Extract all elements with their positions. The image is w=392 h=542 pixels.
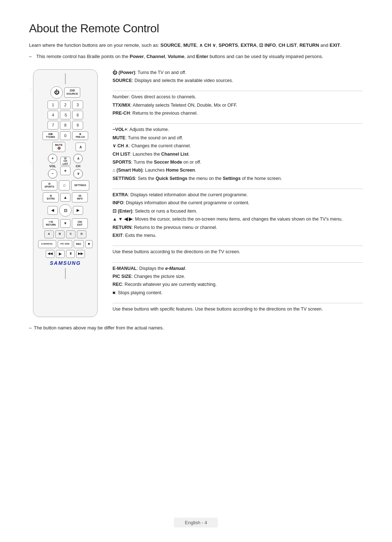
btn-9[interactable]: 9 — [72, 121, 83, 130]
main-content-area: · ·· ·· · · ·· ·· · ⏻ ⊡⊟SOURCE 1 2 3 4 — [29, 69, 363, 317]
ann-prech-text: PRE-CH: Returns to the previous channel. — [113, 110, 363, 117]
extra-up-info-row: ⊟EXTRA ▲ i⊟INFO — [36, 192, 94, 202]
btn-3[interactable]: 3 — [72, 100, 83, 109]
rewind-button[interactable]: ◀◀ — [46, 250, 54, 258]
btn-4[interactable]: 4 — [48, 111, 58, 119]
ch-label: CH — [76, 164, 81, 168]
return-button[interactable]: ↩⊟RETURN — [43, 218, 59, 229]
settings-button[interactable]: SETTINGS — [71, 180, 89, 190]
smarthub-button[interactable]: ⌂ — [59, 180, 70, 190]
info-button[interactable]: i⊟INFO — [72, 192, 88, 202]
ann-color-btns: Use these buttons according to the direc… — [113, 249, 363, 255]
ch-up-btn[interactable]: ∧ — [73, 154, 83, 163]
dots-left-bottom: · ·· ·· · — [30, 160, 32, 165]
ttx-zero-prech-row: ⊟⊠TTX/MIX 0 ⊕PRE-CH — [36, 131, 94, 140]
ann-number-group: Number: Gives direct access to channels.… — [113, 94, 363, 118]
remote-illustration: · ·· ·· · · ·· ·· · ⏻ ⊡⊟SOURCE 1 2 3 4 — [29, 69, 102, 317]
ann-media-btns: Use these buttons with specific features… — [113, 306, 363, 313]
nav-down-button[interactable]: ▼ — [60, 219, 70, 228]
ann-media-btns-text: Use these buttons with specific features… — [113, 306, 363, 313]
ann-number-text: Number: Gives direct access to channels. — [113, 94, 363, 100]
ann-chlist: CH LIST: Launches the Channel List. — [113, 151, 363, 158]
ann-color-group: Use these buttons according to the direc… — [113, 249, 363, 256]
vol-label: VOL — [49, 164, 56, 168]
color-buttons-row: A B C D — [36, 230, 94, 238]
intro-paragraph: Learn where the function buttons are on … — [29, 42, 363, 49]
ann-settings: SETTINGS: Sets the Quick Settings the me… — [113, 175, 363, 182]
media-controls-row: ◀◀ ▶ ⏸ ▶▶ — [36, 250, 94, 258]
sports-button[interactable]: ⊟SPORTS — [41, 180, 57, 190]
ann-enter-text: ⊡ (Enter): Selects or runs a focused ite… — [113, 208, 363, 215]
ann-prech: PRE-CH: Returns to the previous channel. — [113, 110, 363, 117]
ch-up-button[interactable]: ∧ — [75, 143, 86, 151]
ann-navigate-text: ▲ ▼ ◀ ▶: Moves the cursor, selects the o… — [113, 216, 363, 223]
sep2 — [113, 123, 363, 124]
page-number: English - 4 — [174, 518, 218, 527]
page-title: About the Remote Control — [29, 22, 363, 35]
ann-sports: SPORTS: Turns the Soccer Mode on or off. — [113, 159, 363, 166]
rec-button[interactable]: REC — [74, 240, 84, 248]
ann-emanual: E-MANUAL: Displays the e-Manual. — [113, 265, 363, 272]
ann-navigate: ▲ ▼ ◀ ▶: Moves the cursor, selects the o… — [113, 216, 363, 223]
emanual-button[interactable]: E-MANUAL — [38, 240, 56, 248]
bullet-braille: This remote control has Braille points o… — [29, 53, 363, 61]
btn-5[interactable]: ·5 — [60, 111, 71, 119]
btn-1[interactable]: 1 — [48, 100, 58, 109]
vol-down-button[interactable]: − — [48, 169, 57, 178]
ann-vol: −VOL+: Adjusts the volume. — [113, 126, 363, 133]
ch-down-btn[interactable]: ∨ — [73, 169, 83, 178]
ann-rec: REC: Records whatever you are currently … — [113, 281, 363, 288]
power-source-row: ⏻ ⊡⊟SOURCE — [36, 86, 94, 99]
prech-button[interactable]: ⊕PRE-CH — [72, 131, 88, 140]
chlist-icon-btn[interactable]: ⊟CHLIST — [60, 157, 70, 165]
btn-a[interactable]: A — [44, 230, 54, 238]
btn-b[interactable]: B — [55, 230, 65, 238]
power-button[interactable]: ⏻ — [50, 86, 63, 99]
ann-picsize-text: PIC SIZE: Changes the picture size. — [113, 273, 363, 280]
ann-power-text: ⏻ (Power): Turns the TV on and off. — [113, 69, 363, 76]
mute-up-row: MUTE🔇 ∧ — [36, 142, 94, 152]
samsung-logo: SAMSUNG — [36, 260, 94, 266]
footer-note: The button names above may be differ fro… — [29, 324, 363, 332]
pause-button[interactable]: ⏸ — [66, 250, 75, 258]
btn-2[interactable]: 2 — [60, 100, 71, 109]
enter-button[interactable]: ⊡ — [59, 204, 72, 217]
ttx-button[interactable]: ⊟⊠TTX/MIX — [42, 131, 58, 140]
ch-center-btn[interactable]: ⊕ — [60, 167, 70, 175]
mute-button[interactable]: MUTE🔇 — [52, 142, 65, 152]
nav-lr-row: ◀ ⊡ ▶ — [36, 204, 94, 217]
nav-left-button[interactable]: ◀ — [48, 206, 58, 215]
btn-6[interactable]: 6 — [72, 111, 83, 119]
picsize-button[interactable]: PIC SIZE — [58, 240, 72, 248]
ann-number: Number: Gives direct access to channels. — [113, 94, 363, 100]
nav-up-button[interactable]: ▲ — [60, 193, 70, 202]
ann-mute: MUTE: Turns the sound on and off. — [113, 135, 363, 141]
extra-button[interactable]: ⊟EXTRA — [43, 192, 59, 202]
remote-bottom-line — [65, 268, 66, 279]
btn-d[interactable]: D — [77, 230, 86, 238]
play-button[interactable]: ▶ — [56, 250, 65, 258]
stop-button[interactable]: ■ — [85, 240, 93, 248]
remote-top-line — [65, 73, 66, 84]
exit-button[interactable]: ⊡⊟EXIT — [72, 218, 88, 229]
sep3 — [113, 189, 363, 189]
ann-extra-group: EXTRA: Displays related information abou… — [113, 192, 363, 240]
btn-0[interactable]: 0 — [60, 131, 71, 140]
ann-vol-group: −VOL+: Adjusts the volume. MUTE: Turns t… — [113, 126, 363, 183]
sep1 — [113, 91, 363, 91]
emanual-row: E-MANUAL PIC SIZE REC ■ — [36, 240, 94, 248]
ann-return-text: RETURN: Returns to the previous menu or … — [113, 224, 363, 231]
number-pad: 1 2 3 4 ·5 6 7 8 9 — [36, 100, 94, 130]
btn-c[interactable]: C — [66, 230, 75, 238]
fastforward-button[interactable]: ▶▶ — [76, 250, 85, 258]
ann-info: INFO: Displays information about the cur… — [113, 200, 363, 206]
btn-7[interactable]: 7 — [48, 121, 58, 130]
ann-sports-text: SPORTS: Turns the Soccer Mode on or off. — [113, 159, 363, 166]
source-button[interactable]: ⊡⊟SOURCE — [64, 87, 80, 98]
vol-up-button[interactable]: + — [48, 154, 57, 163]
ann-source-text: SOURCE: Displays and selects the availab… — [113, 77, 363, 84]
ann-ch-change: ∨ CH ∧: Changes the current channel. — [113, 143, 363, 149]
btn-8[interactable]: 8 — [60, 121, 71, 130]
nav-right-button[interactable]: ▶ — [73, 206, 83, 215]
ann-power-group: ⏻ (Power): Turns the TV on and off. SOUR… — [113, 69, 363, 86]
